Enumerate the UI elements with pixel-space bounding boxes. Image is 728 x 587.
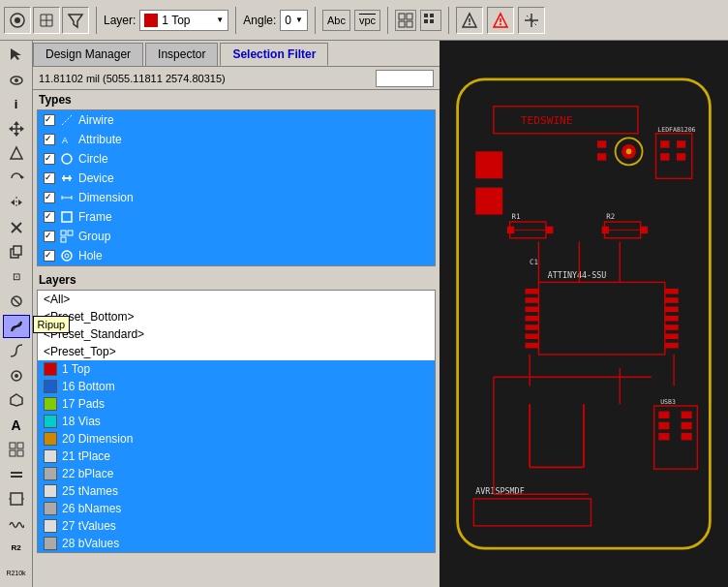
polygon-tool-btn[interactable]: [3, 388, 30, 413]
svg-line-45: [14, 298, 19, 304]
info-tool-btn[interactable]: i: [3, 92, 30, 116]
draw-tool-btn[interactable]: [3, 141, 30, 166]
svg-rect-12: [407, 21, 412, 27]
circle-label: Circle: [78, 152, 108, 166]
svg-rect-52: [17, 450, 23, 456]
bus-tool-btn[interactable]: [3, 463, 30, 487]
route-tool-btn[interactable]: [3, 339, 30, 363]
device-checkbox[interactable]: [44, 172, 55, 184]
dimension-checkbox[interactable]: [44, 192, 55, 203]
layer-25-tnames-item[interactable]: 25 tNames: [38, 482, 435, 500]
layer-22-color: [44, 467, 57, 480]
frame-label: Frame: [78, 210, 112, 224]
layer-16-color: [44, 380, 57, 393]
eye-tool-btn[interactable]: [3, 68, 30, 92]
device-icon: [59, 170, 75, 186]
layer-18-vias-item[interactable]: 18 Vias: [38, 413, 435, 430]
pcb-canvas-area[interactable]: TEDSWINE LEDFAB1206 R1: [440, 41, 728, 587]
wave-tool-btn[interactable]: [3, 512, 30, 537]
preset-bottom-item[interactable]: <Preset_Bottom>: [38, 308, 435, 325]
svg-rect-92: [507, 227, 514, 233]
toolbar-ratsnest-btn[interactable]: [4, 7, 31, 34]
layer-17-pads-item[interactable]: 17 Pads: [38, 395, 435, 413]
text-tool-btn[interactable]: A: [3, 414, 30, 438]
smash-tool-btn[interactable]: [3, 290, 30, 314]
hole-checkbox[interactable]: [44, 250, 55, 262]
layer-1-top-item[interactable]: 1 Top: [38, 360, 435, 378]
group-label: Group: [78, 230, 110, 243]
preset-standard-item[interactable]: <Preset_Standard>: [38, 325, 435, 343]
layer-22-bplace-item[interactable]: 22 bPlace: [38, 465, 435, 482]
type-frame-item[interactable]: Frame: [38, 207, 435, 227]
airwire-checkbox[interactable]: [44, 114, 55, 126]
layer-dropdown[interactable]: 1 Top ▼: [139, 10, 228, 31]
r2-tool-btn[interactable]: R2: [3, 537, 30, 561]
layers-list: <All> <Preset_Bottom> <Preset_Standard> …: [37, 290, 436, 553]
vpc-btn[interactable]: vpc: [354, 10, 380, 31]
type-airwire-item[interactable]: Airwire: [38, 110, 435, 130]
type-group-item[interactable]: Group: [38, 227, 435, 246]
svg-rect-85: [660, 140, 669, 147]
ripup-tool-btn[interactable]: Ripup: [3, 315, 30, 339]
delete-tool-btn[interactable]: [3, 216, 30, 240]
type-circle-item[interactable]: Circle: [38, 149, 435, 169]
via-tool-btn[interactable]: [3, 364, 30, 388]
svg-point-47: [15, 374, 18, 378]
comp-tool-btn[interactable]: [3, 487, 30, 511]
grid-view2-btn[interactable]: [420, 10, 441, 31]
svg-point-72: [65, 254, 69, 258]
layer-17-label: 17 Pads: [62, 397, 105, 411]
erc-btn[interactable]: [487, 7, 514, 34]
tab-inspector[interactable]: Inspector: [145, 43, 218, 66]
toolbar-filter-btn[interactable]: [62, 7, 89, 34]
grid-view1-btn[interactable]: [395, 10, 416, 31]
svg-point-81: [626, 149, 632, 155]
layer-28-bvalues-item[interactable]: 28 bValues: [38, 535, 435, 552]
group-checkbox[interactable]: [44, 231, 55, 242]
svg-rect-113: [665, 316, 679, 322]
mirror-tool-btn[interactable]: [3, 191, 30, 215]
svg-line-58: [62, 115, 72, 125]
svg-marker-31: [14, 121, 19, 125]
toolbar-grid-btn[interactable]: [33, 7, 60, 34]
r2-10k-tool-btn[interactable]: R2 10k: [3, 562, 30, 586]
layer-26-bnames-item[interactable]: 26 bNames: [38, 500, 435, 517]
circle-icon: [59, 151, 75, 167]
cam-btn[interactable]: [518, 7, 545, 34]
svg-marker-33: [9, 126, 13, 132]
tab-selection-filter[interactable]: Selection Filter: [220, 43, 328, 66]
copy-tool-btn[interactable]: [3, 240, 30, 264]
layer-27-tvalues-item[interactable]: 27 tValues: [38, 517, 435, 535]
paste-tool-btn[interactable]: ⊡: [3, 265, 30, 290]
layer-21-tplace-item[interactable]: 21 tPlace: [38, 448, 435, 465]
angle-dropdown[interactable]: 0 ▼: [280, 10, 308, 31]
attribute-checkbox[interactable]: [44, 134, 55, 145]
preset-all-item[interactable]: <All>: [38, 291, 435, 308]
type-attribute-item[interactable]: A Attribute: [38, 130, 435, 149]
layer-20-dimension-item[interactable]: 20 Dimension: [38, 430, 435, 448]
rotate-tool-btn[interactable]: [3, 167, 30, 191]
type-dimension-item[interactable]: Dimension: [38, 188, 435, 207]
preset-top-item[interactable]: <Preset_Top>: [38, 343, 435, 360]
svg-rect-14: [430, 14, 434, 17]
attribute-icon: A: [59, 132, 75, 147]
svg-rect-55: [11, 493, 22, 505]
net-tool-btn[interactable]: [3, 438, 30, 462]
tab-design-manager[interactable]: Design Manager: [33, 43, 143, 66]
drc-btn[interactable]: [456, 7, 483, 34]
type-device-item[interactable]: Device: [38, 169, 435, 188]
command-input[interactable]: [376, 70, 434, 87]
layer-22-label: 22 bPlace: [62, 467, 113, 480]
layer-16-bottom-item[interactable]: 16 Bottom: [38, 378, 435, 395]
svg-rect-50: [17, 443, 23, 448]
frame-checkbox[interactable]: [44, 211, 55, 223]
abc-btn[interactable]: Abc: [322, 10, 350, 31]
select-tool-btn[interactable]: [3, 43, 30, 67]
svg-rect-67: [62, 212, 72, 222]
circle-checkbox[interactable]: [44, 153, 55, 165]
svg-rect-121: [658, 433, 669, 440]
move-tool-btn[interactable]: [3, 117, 30, 141]
layer-17-color: [44, 397, 57, 411]
layer-20-color: [44, 432, 57, 446]
type-hole-item[interactable]: Hole: [38, 246, 435, 265]
